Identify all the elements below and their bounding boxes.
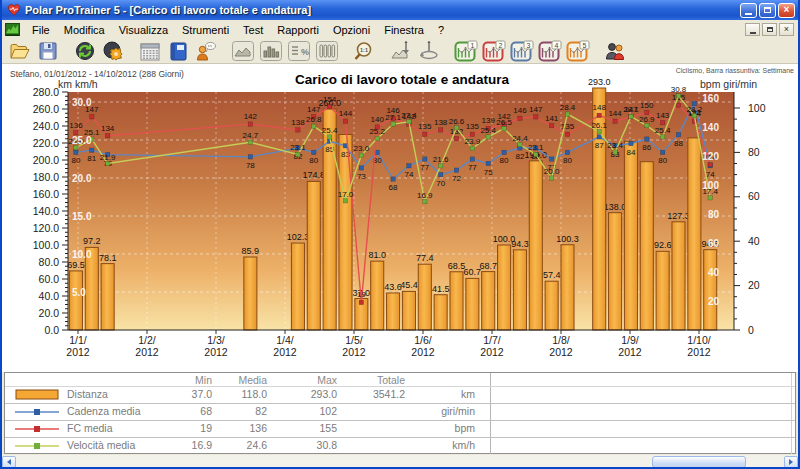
row-label: FC media bbox=[67, 422, 113, 434]
row-max: 102 bbox=[319, 405, 337, 417]
svg-text:81.0: 81.0 bbox=[368, 250, 386, 260]
calendar-button[interactable] bbox=[136, 39, 164, 63]
bar-view-button[interactable] bbox=[257, 39, 285, 63]
restore-button[interactable] bbox=[759, 3, 776, 18]
svg-text:25.0: 25.0 bbox=[72, 135, 92, 146]
minimize-button[interactable] bbox=[740, 3, 757, 18]
svg-text:142: 142 bbox=[244, 112, 258, 121]
save-icon bbox=[36, 40, 60, 62]
svg-text:68: 68 bbox=[389, 183, 398, 192]
view-3-button[interactable]: 3 bbox=[508, 39, 536, 63]
app-window: Polar ProTrainer 5 - [Carico di lavoro t… bbox=[0, 0, 800, 469]
svg-text:120.0: 120.0 bbox=[33, 222, 59, 234]
svg-text:25.4: 25.4 bbox=[480, 126, 496, 135]
person-info-button[interactable] bbox=[192, 39, 220, 63]
svg-text:80: 80 bbox=[563, 156, 572, 165]
bar-legend-swatch bbox=[15, 389, 61, 400]
view-2-button[interactable]: 2 bbox=[480, 39, 508, 63]
menu-test[interactable]: Test bbox=[236, 22, 270, 38]
menu-items: FileModificaVisualizzaStrumentiTestRappo… bbox=[25, 24, 451, 36]
row-media: 118.0 bbox=[242, 388, 268, 400]
svg-text:88: 88 bbox=[674, 139, 683, 148]
svg-text:21.6: 21.6 bbox=[433, 155, 449, 164]
view-5-button[interactable]: 5 bbox=[564, 39, 592, 63]
svg-text:100.3: 100.3 bbox=[556, 234, 579, 244]
svg-text:80: 80 bbox=[309, 156, 318, 165]
svg-text:2012: 2012 bbox=[204, 346, 228, 358]
svg-text:240.0: 240.0 bbox=[33, 120, 59, 132]
view-1-button[interactable]: 1 bbox=[452, 39, 480, 63]
scrollbar-thumb[interactable] bbox=[652, 456, 746, 468]
row-unit: km bbox=[461, 388, 475, 400]
chart-download-info-button[interactable] bbox=[387, 39, 415, 63]
svg-text:10.0: 10.0 bbox=[72, 249, 92, 260]
scroll-left-button[interactable] bbox=[2, 456, 16, 468]
distance-bar bbox=[371, 261, 384, 330]
svg-text:81: 81 bbox=[87, 154, 96, 163]
transfer-refresh-button[interactable] bbox=[71, 39, 99, 63]
distance-bar bbox=[339, 135, 352, 331]
menu-modifica[interactable]: Modifica bbox=[57, 22, 112, 38]
people-button[interactable] bbox=[601, 39, 629, 63]
close-button[interactable]: × bbox=[778, 3, 795, 18]
distance-bar bbox=[418, 264, 431, 330]
row-label: Distanza bbox=[67, 388, 108, 400]
menu-rapporti[interactable]: Rapporti bbox=[270, 22, 326, 38]
curve-view-button[interactable] bbox=[229, 39, 257, 63]
save-button[interactable] bbox=[34, 39, 62, 63]
polar-app-icon bbox=[7, 3, 21, 17]
svg-text:30.0: 30.0 bbox=[72, 97, 92, 108]
mdi-minimize-button[interactable] bbox=[745, 23, 760, 36]
svg-text:134: 134 bbox=[101, 124, 115, 133]
rotate-info-button[interactable] bbox=[415, 39, 443, 63]
row-label: Velocità media bbox=[67, 439, 135, 451]
view-3-icon: 3 bbox=[510, 40, 534, 62]
row-min: 37.0 bbox=[192, 388, 212, 400]
scroll-right-icon bbox=[789, 459, 793, 465]
svg-text:41.5: 41.5 bbox=[432, 284, 450, 294]
svg-text:74: 74 bbox=[706, 170, 715, 179]
svg-text:%: % bbox=[301, 47, 309, 57]
svg-text:147: 147 bbox=[307, 105, 321, 114]
open-folder-button[interactable] bbox=[6, 39, 34, 63]
svg-text:120: 120 bbox=[702, 151, 719, 162]
svg-text:73: 73 bbox=[357, 172, 366, 181]
transfer-settings-button[interactable] bbox=[99, 39, 127, 63]
table-row: FC media 19 136 155 bpm bbox=[5, 421, 795, 438]
svg-text:68.7: 68.7 bbox=[479, 261, 497, 271]
svg-text:Carico di lavoro totale e anda: Carico di lavoro totale e andatura bbox=[295, 72, 509, 87]
mdi-restore-button[interactable] bbox=[762, 23, 777, 36]
distance-bar bbox=[545, 281, 558, 330]
view-4-button[interactable]: 4 bbox=[536, 39, 564, 63]
svg-text:27.4: 27.4 bbox=[401, 111, 417, 120]
distance-bar bbox=[101, 264, 114, 330]
svg-text:144: 144 bbox=[608, 109, 622, 118]
menu-opzioni[interactable]: Opzioni bbox=[326, 22, 377, 38]
menu-file[interactable]: File bbox=[25, 22, 57, 38]
mdi-close-button[interactable]: × bbox=[779, 23, 794, 36]
svg-text:1/6/: 1/6/ bbox=[414, 334, 432, 346]
svg-text:80: 80 bbox=[748, 146, 760, 158]
zoom-1-1-button[interactable]: 1:1 bbox=[350, 39, 378, 63]
svg-text:1/3/: 1/3/ bbox=[207, 334, 225, 346]
svg-text:60: 60 bbox=[748, 190, 760, 202]
menu-[interactable]: ? bbox=[431, 22, 451, 38]
scrollbar-track[interactable] bbox=[16, 456, 784, 468]
scroll-right-button[interactable] bbox=[784, 456, 798, 468]
diary-book-button[interactable] bbox=[164, 39, 192, 63]
svg-text:2012: 2012 bbox=[549, 346, 573, 358]
svg-text:138: 138 bbox=[434, 118, 448, 127]
percent-list-button[interactable]: % bbox=[285, 39, 313, 63]
row-max: 30.8 bbox=[317, 439, 337, 451]
open-folder-icon bbox=[8, 40, 32, 62]
svg-text:80: 80 bbox=[500, 156, 509, 165]
svg-text:19: 19 bbox=[357, 290, 366, 299]
row-unit: bpm bbox=[455, 422, 475, 434]
svg-text:23.1: 23.1 bbox=[528, 143, 544, 152]
mdi-window-buttons: × bbox=[745, 23, 798, 36]
column-view-button[interactable] bbox=[313, 39, 341, 63]
svg-text:139: 139 bbox=[482, 116, 496, 125]
menu-strumenti[interactable]: Strumenti bbox=[175, 22, 236, 38]
menu-visualizza[interactable]: Visualizza bbox=[112, 22, 175, 38]
menu-finestra[interactable]: Finestra bbox=[377, 22, 431, 38]
